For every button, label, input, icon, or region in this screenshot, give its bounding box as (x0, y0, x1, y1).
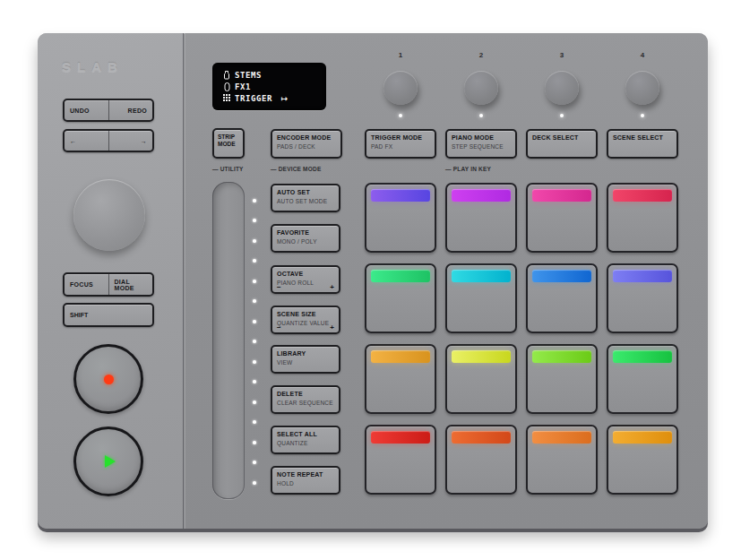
encoder-2-group: 2 (445, 51, 517, 117)
note-repeat-button[interactable]: NOTE REPEAT HOLD (271, 466, 340, 495)
minus-icon: − (277, 323, 281, 332)
brand-logo: SLAB (62, 59, 124, 74)
encoder-2-label: 2 (445, 51, 517, 59)
strip-led (253, 441, 256, 444)
nav-arrow-button-group: ← → (63, 129, 154, 152)
pad-led-strip (371, 350, 430, 363)
play-button[interactable] (73, 426, 143, 496)
strip-led (253, 401, 256, 404)
strip-mode-label-line2: MODE (218, 141, 239, 148)
pad-r4c2[interactable] (445, 425, 517, 495)
auto-set-button[interactable]: AUTO SET AUTO SET MODE (271, 184, 340, 212)
trigger-mode-sub: PAD FX (371, 143, 430, 150)
deck-select-button[interactable]: DECK SELECT (526, 129, 598, 159)
pad-r3c4[interactable] (607, 344, 678, 414)
auto-set-sub: AUTO SET MODE (277, 198, 334, 204)
redo-button[interactable]: REDO (109, 100, 153, 120)
pad-r2c4[interactable] (607, 263, 678, 333)
pad-led-strip (613, 270, 672, 282)
minus-icon: − (277, 283, 281, 291)
favorite-title: FAVORITE (277, 229, 334, 236)
library-button[interactable]: LIBRARY VIEW (271, 345, 340, 374)
pad-led-strip (371, 189, 430, 202)
pad-r2c3[interactable] (526, 263, 598, 333)
pad-led-strip (532, 189, 591, 202)
pad-r4c3[interactable] (526, 425, 598, 495)
strip-led (253, 280, 256, 283)
record-icon (104, 375, 114, 384)
pad-r2c2[interactable] (445, 263, 517, 333)
encoder-mode-title: ENCODER MODE (277, 134, 336, 141)
piano-mode-sub: STEP SEQUENCE (452, 143, 511, 150)
touch-strip[interactable] (212, 182, 245, 499)
undo-button[interactable]: UNDO (65, 100, 108, 120)
pad-led-strip (452, 189, 511, 202)
pad-r1c3[interactable] (526, 183, 598, 253)
encoder-4-label: 4 (607, 51, 678, 59)
pad-led-strip (532, 270, 591, 282)
pad-r3c3[interactable] (526, 344, 598, 414)
delete-button[interactable]: DELETE CLEAR SEQUENCE (271, 385, 340, 414)
pad-r1c4[interactable] (607, 183, 678, 253)
display-line-fx-text: FX1 (235, 82, 251, 91)
octave-button[interactable]: OCTAVE PIANO ROLL − + (271, 265, 340, 294)
strip-mode-label-line1: STRIP (218, 134, 239, 141)
encoder-1-label: 1 (365, 51, 436, 59)
play-in-key-shift-label: — PLAY IN KEY (445, 166, 491, 172)
pad-r1c1[interactable] (365, 183, 436, 253)
trigger-mode-button[interactable]: TRIGGER MODE PAD FX (365, 129, 436, 159)
fader-icon (222, 82, 231, 91)
display-line-stems: STEMS (222, 69, 326, 81)
select-all-button[interactable]: SELECT ALL QUANTIZE (271, 426, 340, 454)
main-dial-knob[interactable] (73, 179, 145, 251)
encoder-3-knob[interactable] (545, 71, 579, 105)
nav-forward-button[interactable]: → (109, 131, 153, 151)
grid-icon (222, 94, 231, 102)
scene-select-button[interactable]: SCENE SELECT (607, 129, 678, 159)
maps-to-arrow-icon: ↦ (280, 94, 288, 103)
scene-size-title: SCENE SIZE (277, 311, 334, 317)
strip-led (253, 340, 256, 343)
scene-size-sub: QUANTIZE VALUE (277, 320, 334, 326)
pad-r1c2[interactable] (445, 183, 517, 253)
favorite-button[interactable]: FAVORITE MONO / POLY (271, 224, 340, 253)
oled-display: STEMS FX1 TRIGGER ↦ (212, 63, 326, 110)
select-all-title: SELECT ALL (277, 431, 334, 437)
piano-mode-button[interactable]: PIANO MODE STEP SEQUENCE (445, 129, 517, 159)
pad-r4c1[interactable] (365, 425, 436, 495)
stems-icon (222, 71, 231, 80)
note-repeat-title: NOTE REPEAT (277, 471, 334, 478)
encoder-4-led (641, 114, 644, 117)
strip-mode-button[interactable]: STRIP MODE (212, 128, 245, 159)
encoder-1-knob[interactable] (383, 71, 418, 105)
encoder-2-knob[interactable] (464, 71, 498, 105)
record-button[interactable] (73, 344, 143, 414)
pad-led-strip (371, 431, 430, 444)
strip-led (253, 461, 256, 464)
pad-grid (365, 183, 678, 495)
shift-button[interactable]: SHIFT (63, 303, 154, 327)
pad-led-strip (371, 270, 430, 282)
pad-led-strip (452, 431, 511, 444)
encoder-1-led (399, 114, 402, 117)
display-line-trigger: TRIGGER ↦ (222, 92, 326, 104)
display-line-fx: FX1 (222, 81, 326, 92)
strip-led (253, 380, 256, 383)
focus-button[interactable]: FOCUS (65, 274, 108, 295)
plus-icon: + (330, 283, 334, 291)
encoder-4-knob[interactable] (625, 71, 659, 105)
nav-back-button[interactable]: ← (65, 131, 108, 151)
dial-mode-button[interactable]: DIAL MODE (109, 274, 153, 295)
pad-led-strip (452, 270, 511, 282)
pad-r3c2[interactable] (445, 344, 517, 414)
pad-led-strip (613, 189, 672, 202)
encoder-mode-button[interactable]: ENCODER MODE PADS / DECK (271, 129, 342, 159)
pad-r3c1[interactable] (365, 344, 436, 414)
pad-led-strip (532, 350, 591, 363)
strip-led (253, 299, 256, 303)
scene-size-button[interactable]: SCENE SIZE QUANTIZE VALUE − + (271, 306, 340, 334)
pad-r4c4[interactable] (607, 425, 678, 495)
controller-device: SLAB UNDO REDO ← → FOCUS DIAL MODE SHIFT (38, 33, 708, 529)
plus-icon: + (330, 323, 334, 332)
pad-r2c1[interactable] (365, 263, 436, 333)
